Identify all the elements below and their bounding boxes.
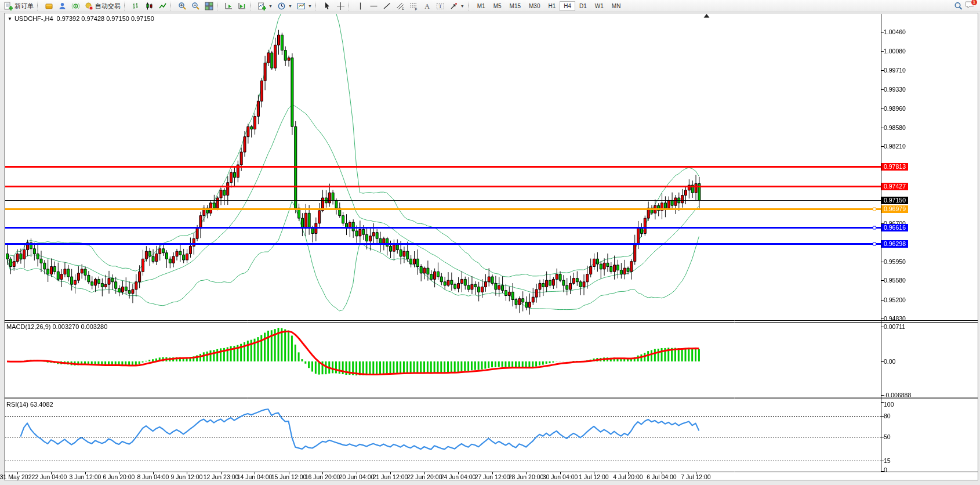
timeframe-h1[interactable]: H1	[544, 1, 560, 11]
rsi-tick-label: 15	[884, 457, 891, 464]
trendline-button[interactable]	[380, 1, 394, 12]
templates-button[interactable]: ▼	[295, 1, 314, 12]
timeframe-buttons: M1M5M15M30H1H4D1W1MN	[473, 1, 625, 11]
time-axis-label: 3 Jun 12:00	[70, 473, 101, 480]
dropdown-caret-icon: ▼	[460, 4, 464, 8]
text-label-icon: T	[436, 2, 445, 10]
auto-scroll-button[interactable]	[222, 1, 235, 12]
timeframe-w1[interactable]: W1	[591, 1, 608, 11]
chart-title[interactable]: ▼USDCHF-,H40.97392 0.97428 0.97150 0.971…	[8, 15, 154, 22]
horizontal-line-button[interactable]	[367, 1, 380, 12]
chart-canvas[interactable]	[0, 0, 980, 485]
chat-badge: 1	[971, 0, 978, 6]
timeframe-m30[interactable]: M30	[525, 1, 544, 11]
arrows-button[interactable]: ▼	[447, 1, 467, 12]
time-axis-label: 6 Jun 20:00	[103, 473, 135, 480]
vertical-line-button[interactable]	[354, 1, 367, 12]
chart-shift-icon	[238, 2, 246, 10]
search-button[interactable]	[952, 1, 965, 12]
dropdown-caret-icon: ▼	[308, 4, 312, 8]
chart-symbol: USDCHF-,H4	[14, 15, 53, 22]
text-button[interactable]: A	[420, 1, 434, 12]
auto-scroll-icon	[224, 2, 233, 10]
crosshair-icon	[336, 2, 345, 10]
rsi-tick-label: 0	[884, 466, 887, 473]
cursor-arrow-icon	[323, 2, 332, 10]
horizontal-line-icon	[369, 2, 378, 10]
chart-bars-button[interactable]	[129, 1, 143, 12]
new-chart-button[interactable]: ▼	[255, 1, 275, 12]
candlestick-chart-icon	[145, 2, 154, 10]
market-button[interactable]	[42, 1, 56, 12]
autotrading-button[interactable]: 自动交易	[82, 1, 123, 12]
timeframe-d1[interactable]: D1	[575, 1, 591, 11]
time-axis-label: 30 Jun 04:00	[543, 473, 578, 480]
channel-icon: E	[396, 2, 405, 10]
chart-line-button[interactable]	[156, 1, 169, 12]
toolbar-separator	[349, 2, 352, 10]
fibonacci-icon: F	[409, 2, 418, 10]
text-icon: A	[423, 2, 431, 10]
arrows-icon	[449, 2, 458, 10]
price-tick-label: 0.99330	[884, 86, 906, 93]
macd-indicator-label: MACD(12,26,9) 0.003270 0.003280	[6, 323, 107, 330]
timeframe-m1[interactable]: M1	[473, 1, 489, 11]
chart-candles-button[interactable]	[143, 1, 156, 12]
zoom-in-icon	[178, 2, 187, 10]
rsi-tick-label: 100	[884, 401, 894, 408]
toolbar-separator	[124, 2, 128, 10]
price-tick-label: 1.00460	[884, 28, 906, 35]
price-tick-label: 0.99710	[884, 67, 906, 74]
profile-button[interactable]	[56, 1, 69, 12]
timeframe-m5[interactable]: M5	[489, 1, 506, 11]
dropdown-caret-icon: ▼	[288, 4, 292, 8]
timeframe-h4[interactable]: H4	[560, 1, 575, 11]
price-tick-label: 0.98580	[884, 124, 906, 131]
svg-text:A: A	[424, 2, 430, 10]
chart-ohlc: 0.97392 0.97428 0.97150 0.97150	[57, 15, 154, 22]
mt4-application: { "toolbar": { "new_order": "新订单", "auto…	[0, 0, 980, 485]
time-axis-label: 9 Jun 12:00	[171, 473, 203, 480]
autotrading-icon	[85, 2, 93, 10]
price-tick-label: 0.95200	[884, 296, 906, 303]
equidistant-channel-button[interactable]: E	[394, 1, 407, 12]
time-axis-label: 27 Jun 12:00	[475, 473, 510, 480]
price-tick-label: 0.94830	[884, 315, 906, 322]
time-axis-label: 7 Jul 12:00	[681, 473, 710, 480]
market-icon	[45, 2, 53, 10]
timeframe-m15[interactable]: M15	[506, 1, 525, 11]
toolbar-separator	[315, 2, 319, 10]
price-level-badge-0.97427: 0.97427	[881, 183, 908, 190]
price-level-badge-0.96979: 0.96979	[881, 205, 908, 213]
line-chart-icon	[158, 2, 167, 10]
crosshair-button[interactable]	[334, 1, 347, 12]
text-label-button[interactable]: T	[434, 1, 447, 12]
price-level-badge-0.96616: 0.96616	[881, 224, 908, 231]
new-order-button[interactable]: 新订单	[2, 1, 36, 12]
chat-button[interactable]: 1	[965, 0, 975, 12]
symbol-dropdown-icon[interactable]: ▼	[8, 16, 12, 21]
bar-chart-icon	[132, 2, 140, 10]
time-axis-label: 22 Jun 20:00	[407, 473, 442, 480]
chart-shift-button[interactable]	[235, 1, 249, 12]
autotrading-label: 自动交易	[95, 2, 121, 10]
time-axis-label: 12 Jun 23:00	[204, 473, 239, 480]
timeframe-mn[interactable]: MN	[608, 1, 625, 11]
time-axis-label: 15 Jun 12:00	[271, 473, 307, 480]
toolbar-separator	[217, 2, 220, 10]
zoom-in-button[interactable]	[176, 1, 189, 12]
svg-text:E: E	[402, 7, 404, 10]
signals-icon	[71, 2, 80, 10]
price-tick-label: 0.95950	[884, 258, 906, 265]
time-axis-label: 8 Jun 04:00	[137, 473, 169, 480]
time-axis-label: 14 Jun 04:00	[237, 473, 273, 480]
tile-windows-button[interactable]	[202, 1, 216, 12]
price-tick-label: 0.95580	[884, 277, 906, 284]
time-axis-label: 6 Jul 04:00	[647, 473, 676, 480]
periods-button[interactable]: ▼	[275, 1, 295, 12]
zoom-out-button[interactable]	[189, 1, 202, 12]
rsi-tick-label: 50	[884, 433, 891, 440]
cursor-button[interactable]	[321, 1, 334, 12]
signals-button[interactable]	[69, 1, 82, 12]
fibonacci-button[interactable]: F	[407, 1, 420, 12]
